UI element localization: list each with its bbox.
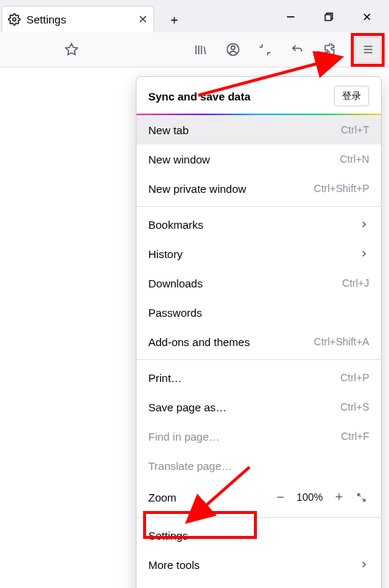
account-icon[interactable] bbox=[220, 37, 245, 62]
menu-translate-page: Translate page… bbox=[137, 451, 381, 480]
menu-settings[interactable]: Settings bbox=[137, 521, 381, 550]
menu-zoom-row: Zoom − 100% + bbox=[137, 480, 381, 514]
screenshot-icon[interactable] bbox=[252, 37, 277, 62]
undo-icon[interactable] bbox=[285, 37, 310, 62]
menu-report-broken-site[interactable]: Report broken site bbox=[137, 579, 381, 588]
menu-item-label: Passwords bbox=[148, 306, 202, 319]
menu-bookmarks[interactable]: Bookmarks bbox=[137, 210, 381, 239]
svg-point-4 bbox=[230, 46, 234, 50]
close-window-button[interactable] bbox=[351, 5, 383, 29]
menu-separator bbox=[137, 359, 381, 360]
menu-item-label: Print… bbox=[148, 372, 182, 384]
chevron-right-icon bbox=[359, 559, 369, 570]
menu-item-shortcut: Ctrl+P bbox=[341, 372, 369, 383]
zoom-label: Zoom bbox=[148, 491, 269, 504]
menu-item-label: Save page as… bbox=[148, 401, 227, 414]
menu-item-label: More tools bbox=[148, 559, 200, 571]
fullscreen-button[interactable] bbox=[350, 486, 372, 508]
menu-item-label: New private window bbox=[148, 183, 246, 195]
browser-tab[interactable]: Settings ✕ bbox=[1, 6, 154, 32]
menu-item-label: Add-ons and themes bbox=[148, 336, 250, 348]
bookmark-star-icon[interactable] bbox=[59, 37, 84, 62]
menu-item-label: New tab bbox=[148, 124, 189, 136]
menu-sync-header: Sync and save data 登录 bbox=[137, 77, 381, 115]
menu-item-label: Translate page… bbox=[148, 460, 233, 472]
toolbar bbox=[0, 32, 389, 67]
minimize-button[interactable] bbox=[275, 5, 307, 29]
window-controls bbox=[275, 1, 389, 32]
new-tab-button[interactable] bbox=[161, 7, 186, 32]
menu-addons[interactable]: Add-ons and themes Ctrl+Shift+A bbox=[137, 327, 381, 356]
extensions-icon[interactable] bbox=[317, 37, 342, 62]
menu-more-tools[interactable]: More tools bbox=[137, 550, 381, 579]
menu-item-shortcut: Ctrl+S bbox=[341, 401, 369, 413]
tab-title: Settings bbox=[26, 13, 132, 26]
login-button[interactable]: 登录 bbox=[334, 86, 369, 106]
menu-item-label: Find in page… bbox=[148, 430, 220, 443]
annotation-hamburger-highlight bbox=[351, 33, 385, 67]
menu-item-shortcut: Ctrl+N bbox=[340, 153, 369, 165]
svg-point-0 bbox=[12, 18, 15, 21]
menu-item-label: Bookmarks bbox=[148, 218, 203, 231]
menu-item-shortcut: Ctrl+J bbox=[342, 277, 369, 289]
menu-item-shortcut: Ctrl+Shift+P bbox=[314, 183, 369, 194]
library-icon[interactable] bbox=[188, 37, 213, 62]
svg-marker-2 bbox=[65, 44, 77, 55]
menu-item-shortcut: Ctrl+Shift+A bbox=[314, 336, 369, 348]
zoom-out-button[interactable]: − bbox=[269, 486, 291, 508]
gear-icon bbox=[8, 13, 21, 26]
restore-button[interactable] bbox=[313, 5, 345, 29]
app-menu-panel: Sync and save data 登录 New tab Ctrl+T New… bbox=[136, 76, 382, 588]
menu-passwords[interactable]: Passwords bbox=[137, 298, 381, 327]
menu-item-shortcut: Ctrl+F bbox=[341, 430, 370, 442]
menu-new-private-window[interactable]: New private window Ctrl+Shift+P bbox=[137, 174, 381, 203]
menu-item-label: Downloads bbox=[148, 277, 203, 290]
chevron-right-icon bbox=[359, 249, 369, 259]
menu-item-label: New window bbox=[148, 153, 210, 166]
menu-history[interactable]: History bbox=[137, 239, 381, 268]
menu-item-label: History bbox=[148, 248, 183, 260]
app-menu-button[interactable] bbox=[355, 37, 381, 63]
menu-print[interactable]: Print… Ctrl+P bbox=[137, 363, 381, 392]
sync-header-label: Sync and save data bbox=[148, 90, 250, 103]
menu-item-label: Settings bbox=[148, 529, 188, 542]
close-tab-icon[interactable]: ✕ bbox=[138, 12, 148, 26]
menu-find-in-page[interactable]: Find in page… Ctrl+F bbox=[137, 422, 381, 451]
menu-separator bbox=[137, 517, 381, 518]
zoom-in-button[interactable]: + bbox=[328, 486, 350, 508]
zoom-value: 100% bbox=[291, 491, 328, 503]
tab-strip: Settings ✕ bbox=[0, 0, 389, 32]
menu-downloads[interactable]: Downloads Ctrl+J bbox=[137, 268, 381, 298]
menu-new-window[interactable]: New window Ctrl+N bbox=[137, 144, 381, 174]
menu-item-shortcut: Ctrl+T bbox=[341, 124, 370, 136]
menu-save-page-as[interactable]: Save page as… Ctrl+S bbox=[137, 392, 381, 422]
svg-rect-1 bbox=[325, 15, 331, 21]
chevron-right-icon bbox=[359, 219, 369, 229]
menu-new-tab[interactable]: New tab Ctrl+T bbox=[137, 115, 381, 144]
menu-separator bbox=[137, 206, 381, 207]
